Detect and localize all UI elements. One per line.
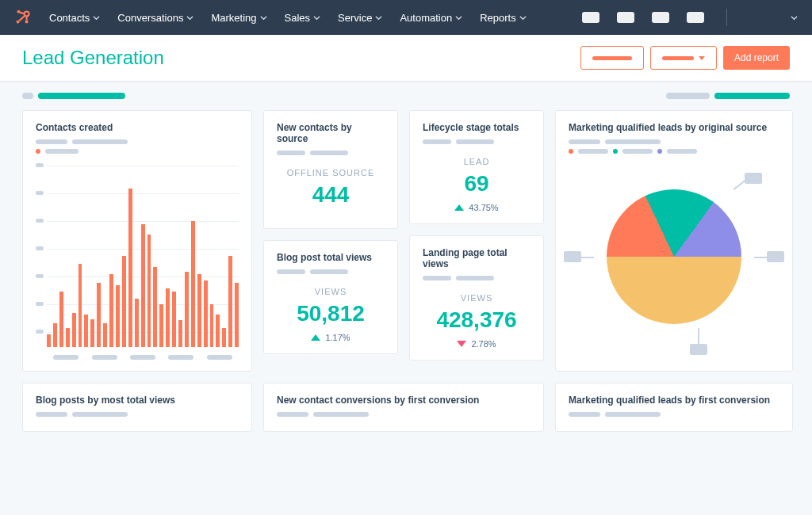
bar xyxy=(53,323,57,347)
add-report-button[interactable]: Add report xyxy=(723,46,790,70)
card-title: Blog posts by most total views xyxy=(36,395,239,406)
filter-chip-active[interactable] xyxy=(714,93,790,99)
chevron-down-icon xyxy=(260,14,267,21)
bar xyxy=(66,328,70,347)
legend-dot xyxy=(569,149,573,154)
pie-label xyxy=(767,251,784,262)
page-header: Lead Generation Add report xyxy=(0,35,812,82)
x-axis-labels xyxy=(47,355,239,360)
bar xyxy=(116,285,120,347)
filter-bar xyxy=(0,82,812,110)
stat-value: 428,376 xyxy=(423,307,530,333)
bar xyxy=(197,274,201,347)
header-outline-button-2[interactable] xyxy=(650,46,717,70)
stat-label: LEAD xyxy=(423,157,530,166)
caret-down-icon xyxy=(699,56,705,60)
bar xyxy=(90,319,94,347)
card-title: Contacts created xyxy=(36,122,239,133)
bar xyxy=(172,292,176,347)
card-title: Lifecycle stage totals xyxy=(423,122,530,133)
pie-chart xyxy=(569,162,779,352)
trend-up-icon xyxy=(454,204,464,211)
bar xyxy=(153,267,157,347)
page-title: Lead Generation xyxy=(22,47,164,69)
bar xyxy=(141,224,145,347)
filter-chip[interactable] xyxy=(666,93,710,99)
delta-value: 43.75% xyxy=(469,203,498,212)
svg-point-0 xyxy=(25,11,29,16)
nav-sales[interactable]: Sales xyxy=(285,12,321,24)
stat-label: VIEWS xyxy=(423,293,530,303)
bar-chart xyxy=(47,162,239,352)
bar xyxy=(103,323,107,347)
chevron-down-icon xyxy=(313,14,320,21)
stat-value: 50,812 xyxy=(277,301,385,326)
card-blog-posts-by-most-total-views: Blog posts by most total views xyxy=(22,383,252,432)
legend-dot xyxy=(36,149,40,154)
nav-action[interactable] xyxy=(687,12,704,23)
bar xyxy=(109,274,113,347)
bar xyxy=(159,304,163,347)
chevron-down-icon[interactable] xyxy=(791,14,798,21)
legend-dot xyxy=(613,149,618,154)
dashboard-row-2: Blog posts by most total views New conta… xyxy=(0,372,812,432)
card-new-contact-conversions: New contact conversions by first convers… xyxy=(263,383,544,432)
bar xyxy=(122,256,126,347)
card-title: Landing page total views xyxy=(423,247,530,269)
bar xyxy=(235,283,239,347)
card-lifecycle-stage-totals: Lifecycle stage totals LEAD 69 43.75% xyxy=(409,110,544,224)
chevron-down-icon xyxy=(93,14,100,21)
top-nav: Contacts Conversations Marketing Sales S… xyxy=(0,0,812,35)
svg-point-3 xyxy=(17,20,20,23)
bar xyxy=(97,283,101,347)
card-title: Marketing qualified leads by first conve… xyxy=(569,395,779,406)
trend-down-icon xyxy=(457,341,466,347)
nav-action[interactable] xyxy=(582,12,599,23)
bar xyxy=(135,299,139,347)
pie-label xyxy=(745,173,762,184)
card-blog-post-total-views: Blog post total views VIEWS 50,812 1.17% xyxy=(263,240,398,354)
bar xyxy=(191,221,195,347)
bar xyxy=(47,334,51,347)
stat-value: 69 xyxy=(423,171,530,196)
delta-value: 2.78% xyxy=(471,339,496,349)
nav-action[interactable] xyxy=(652,12,669,23)
chevron-down-icon xyxy=(455,14,462,21)
nav-contacts[interactable]: Contacts xyxy=(49,12,100,24)
bar xyxy=(204,280,208,347)
header-outline-button-1[interactable] xyxy=(580,46,644,70)
bar xyxy=(185,272,189,347)
svg-line-6 xyxy=(19,16,25,21)
hubspot-logo-icon xyxy=(14,9,32,26)
filter-chip-active[interactable] xyxy=(38,93,125,99)
nav-reports[interactable]: Reports xyxy=(480,12,527,24)
chevron-down-icon xyxy=(519,14,527,21)
card-title: New contact conversions by first convers… xyxy=(277,395,530,406)
bar xyxy=(210,304,214,347)
dashboard-grid: Contacts created New contacts by source … xyxy=(0,110,812,372)
legend-dot xyxy=(657,149,662,154)
pie-label xyxy=(564,251,581,262)
card-mql-by-original-source: Marketing qualified leads by original so… xyxy=(555,110,793,372)
nav-conversations[interactable]: Conversations xyxy=(117,12,193,24)
nav-automation[interactable]: Automation xyxy=(400,12,462,24)
bar xyxy=(222,328,226,347)
card-new-contacts-by-source: New contacts by source OFFLINE SOURCE 44… xyxy=(263,110,398,229)
divider xyxy=(726,9,727,26)
pie-label xyxy=(690,344,707,355)
bar xyxy=(216,315,220,347)
card-title: Blog post total views xyxy=(277,252,385,263)
filter-chip[interactable] xyxy=(22,93,33,99)
bar xyxy=(72,313,76,347)
bar xyxy=(128,189,132,347)
card-title: Marketing qualified leads by original so… xyxy=(569,122,779,133)
bar xyxy=(228,256,232,347)
chevron-down-icon xyxy=(186,14,193,21)
nav-action[interactable] xyxy=(617,12,634,23)
bar xyxy=(166,288,170,347)
nav-marketing[interactable]: Marketing xyxy=(211,12,266,24)
bar xyxy=(178,320,182,347)
nav-service[interactable]: Service xyxy=(338,12,382,24)
svg-point-2 xyxy=(25,20,29,23)
stat-label: VIEWS xyxy=(277,287,385,296)
